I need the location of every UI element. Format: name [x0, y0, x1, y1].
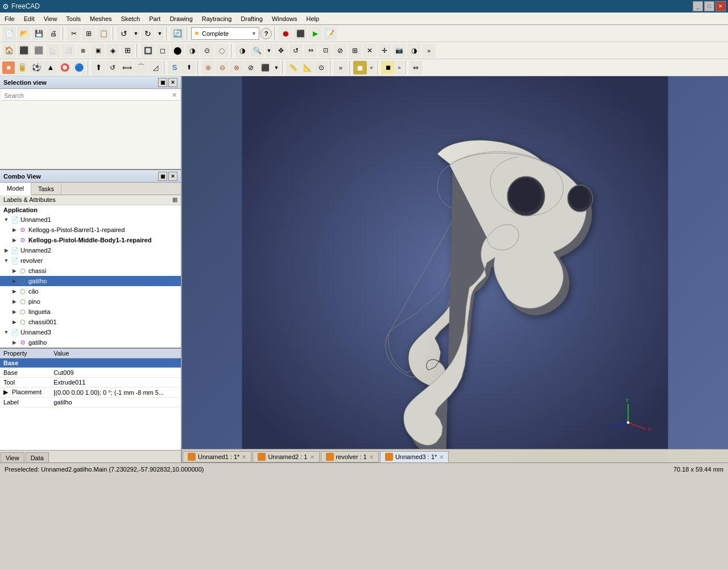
cut-button[interactable]: ✂ [67, 27, 81, 40]
bottom-view-button[interactable]: ▣ [91, 44, 105, 57]
arrow-chassi[interactable]: ▶ [10, 268, 18, 274]
search-input[interactable] [4, 92, 172, 99]
undo-dropdown[interactable]: ▼ [132, 27, 140, 40]
wireframe-button[interactable]: ◻ [156, 44, 169, 57]
play-macro-button[interactable]: ▶ [308, 27, 322, 40]
left-view-button[interactable]: ⬜ [61, 44, 75, 57]
menu-meshes[interactable]: Meshes [85, 13, 117, 25]
maximize-button[interactable]: □ [704, 1, 714, 11]
save-button[interactable]: 💾 [32, 27, 46, 40]
clip-button[interactable]: ⊘ [333, 44, 347, 57]
menu-sketch[interactable]: Sketch [117, 13, 145, 25]
undo-button[interactable]: ↺ [117, 27, 131, 40]
stop-macro-button[interactable]: ⬛ [293, 27, 307, 40]
combo-view-close[interactable]: ✕ [168, 172, 177, 181]
selection-view-controls[interactable]: ▣ ✕ [158, 78, 177, 87]
arrow-chassi001[interactable]: ▶ [10, 319, 18, 325]
prop-row-tool[interactable]: Tool Extrude011 [0, 378, 181, 387]
axis-button[interactable]: ✛ [378, 44, 391, 57]
menu-drawing[interactable]: Drawing [165, 13, 197, 25]
selection-view-close[interactable]: ✕ [168, 78, 177, 87]
snap-button[interactable]: ◼ [381, 61, 395, 75]
draw-style-button[interactable]: 🔲 [141, 44, 155, 57]
prop-row-label[interactable]: Label gatilho [0, 398, 181, 407]
bool-intersect-button[interactable]: ⊗ [230, 61, 243, 75]
bbox-button[interactable]: ⊡ [318, 44, 332, 57]
rotate-button[interactable]: ↺ [289, 44, 303, 57]
menu-raytracing[interactable]: Raytracing [197, 13, 237, 25]
pan-button[interactable]: ✥ [274, 44, 288, 57]
box-button[interactable]: ■ [2, 61, 15, 74]
tree-item-revolver[interactable]: ▼ 📄 revolver [0, 255, 181, 266]
prop-row-base[interactable]: Base Cut009 [0, 368, 181, 378]
arrow-revolver[interactable]: ▼ [2, 258, 10, 263]
zoom-button[interactable]: 🔎 [250, 44, 264, 57]
back-view-button[interactable]: ◼ [76, 44, 90, 57]
new-button[interactable]: 📄 [2, 27, 16, 40]
selection-view-pin[interactable]: ▣ [158, 78, 167, 87]
part-expand-btn[interactable]: » [334, 61, 348, 75]
workbench-dropdown[interactable]: ★ Complete ▼ [191, 27, 259, 40]
stereo-button[interactable]: ◑ [235, 44, 249, 57]
viewport-tab-unnamed2[interactable]: Unnamed2 : 1 ✕ [253, 451, 319, 462]
copy-button[interactable]: ⊞ [82, 27, 96, 40]
tab-tasks[interactable]: Tasks [31, 183, 61, 195]
arrow-unnamed3[interactable]: ▼ [2, 329, 10, 335]
menu-edit[interactable]: Edit [19, 13, 39, 25]
tab-close-revolver[interactable]: ✕ [369, 454, 374, 460]
layers-button[interactable]: ◼ [353, 61, 367, 75]
menu-help[interactable]: Help [302, 13, 324, 25]
title-bar-controls[interactable]: _ □ ✕ [693, 1, 726, 11]
close-button[interactable]: ✕ [715, 1, 726, 11]
dim-button[interactable]: ⇔ [409, 61, 423, 75]
tree-item-gatilho[interactable]: ▶ ⬡ gatilho [0, 276, 181, 286]
measure-part-button[interactable]: 📏 [286, 61, 300, 75]
menu-view[interactable]: View [39, 13, 62, 25]
prop-row-placement[interactable]: ▶ Placement [(0.00 0.00 1.00); 0 °; (-1 … [0, 387, 181, 398]
extrude-button[interactable]: ⬆ [92, 61, 105, 75]
redo-button[interactable]: ↻ [141, 27, 155, 40]
zoom-dropdown[interactable]: ▼ [265, 44, 273, 57]
tab-view[interactable]: View [1, 452, 24, 462]
open-button[interactable]: 📂 [17, 27, 31, 40]
from-sketch-button[interactable]: S [168, 61, 181, 75]
cam-button[interactable]: 📷 [392, 44, 406, 57]
tree-item-gatilho2[interactable]: ▶ ⚙ gatilho [0, 337, 181, 348]
edit-macro-button[interactable]: 📝 [323, 27, 337, 40]
texture-button[interactable]: ⊞ [348, 44, 362, 57]
tab-close-unnamed1[interactable]: ✕ [242, 454, 246, 460]
menu-part[interactable]: Part [144, 13, 165, 25]
fit-all-button[interactable]: ⊞ [121, 44, 134, 57]
bool-dropdown-button[interactable]: ▼ [272, 61, 280, 75]
tree-item-unnamed2[interactable]: ▶ 📄 Unnamed2 [0, 245, 181, 255]
combo-view-pin[interactable]: ▣ [158, 172, 167, 181]
menu-file[interactable]: File [0, 13, 19, 25]
bool-cut-button[interactable]: ⊖ [216, 61, 229, 75]
menu-windows[interactable]: Windows [267, 13, 302, 25]
tree-item-lingueta[interactable]: ▶ ⬡ lingueta [0, 307, 181, 317]
viewport[interactable]: X Y Z Unnamed1 : 1* ✕ Unnamed2 : 1 [182, 76, 728, 462]
tree-item-cao[interactable]: ▶ ⬡ cão [0, 286, 181, 296]
flat-lines-button[interactable]: ◑ [185, 44, 199, 57]
section-button[interactable]: ◑ [407, 44, 421, 57]
arrow-pino[interactable]: ▶ [10, 299, 18, 304]
tube-button[interactable]: 🔵 [72, 61, 86, 75]
right-view-button[interactable]: ⬜ [47, 44, 60, 57]
tree-item-middle[interactable]: ▶ ⚙ Kellogg-s-Pistol-Middle-Body1-1-repa… [0, 235, 181, 245]
arrow-gatilho[interactable]: ▶ [10, 278, 18, 284]
arrow-gatilho2[interactable]: ▶ [10, 340, 18, 345]
menu-tools[interactable]: Tools [61, 13, 85, 25]
attach-sketch-button[interactable]: ⬆ [182, 61, 196, 75]
fillet-button[interactable]: ⌒ [134, 61, 148, 75]
tab-close-unnamed3[interactable]: ✕ [439, 454, 444, 460]
section-tool-button[interactable]: ⊘ [244, 61, 258, 75]
iso-view-button[interactable]: ◈ [106, 44, 119, 57]
layers-dropdown[interactable]: » [367, 61, 375, 75]
tree-item-unnamed3[interactable]: ▼ 📄 Unnamed3 [0, 327, 181, 337]
measure-linear-button[interactable]: ⇔ [304, 44, 317, 57]
menu-drafting[interactable]: Drafting [236, 13, 267, 25]
create-solid-button[interactable]: ⬛ [258, 61, 272, 75]
tree-item-chassi[interactable]: ▶ ⬡ chassi [0, 266, 181, 276]
viewport-tab-unnamed3[interactable]: Unnamed3 : 1* ✕ [380, 451, 449, 462]
mirror-button[interactable]: ⟺ [120, 61, 134, 75]
